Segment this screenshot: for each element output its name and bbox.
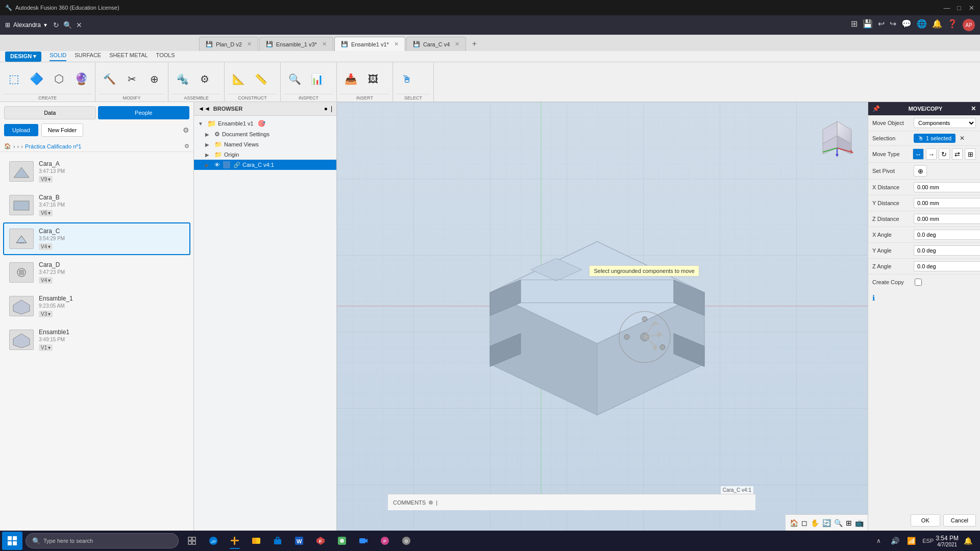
- chat-icon[interactable]: 💬: [901, 19, 912, 31]
- taskbar-app-edge[interactable]: [203, 532, 224, 550]
- move-type-free[interactable]: ↔: [913, 148, 924, 160]
- taskbar-app-freecad[interactable]: F: [310, 532, 331, 550]
- network-icon[interactable]: 📶: [904, 534, 918, 548]
- file-item-ensamble1-v2[interactable]: Ensamble1 3:49:15 PM V1▾: [3, 323, 190, 356]
- clock[interactable]: 3:54 PM 4/7/2021: [936, 535, 959, 547]
- viewport[interactable]: ◄◄ BROWSER ● | ▼ 📁 Ensamble1 v1 🎯 ▶ ⚙ Do…: [194, 102, 868, 531]
- create-btn-2[interactable]: 🔷: [26, 66, 47, 92]
- y-angle-input[interactable]: [914, 245, 980, 256]
- move-type-point-to-point[interactable]: ⇄: [952, 148, 963, 160]
- modify-btn-2[interactable]: ✂: [121, 66, 142, 92]
- file-item-cara-c[interactable]: Cara_C 3:54:29 PM V4▾: [3, 222, 190, 255]
- taskbar-app-fusion[interactable]: [225, 532, 245, 550]
- view-cube[interactable]: [817, 117, 857, 158]
- view-controls-orbit[interactable]: 🔄: [822, 519, 831, 527]
- search-icon[interactable]: 🔍: [63, 21, 72, 29]
- view-controls-fit[interactable]: ◻: [801, 519, 807, 527]
- tab-plan-d[interactable]: 💾 Plan_D v2 ✕: [199, 37, 258, 51]
- create-copy-checkbox[interactable]: [915, 279, 922, 286]
- insert-btn-1[interactable]: 📥: [340, 66, 361, 92]
- settings-gear-button[interactable]: ⚙: [183, 126, 189, 134]
- save-icon[interactable]: 💾: [863, 19, 873, 31]
- volume-icon[interactable]: 🔊: [888, 534, 902, 548]
- inspect-btn-1[interactable]: 🔍: [284, 66, 305, 92]
- tab-close-plan-d[interactable]: ✕: [247, 41, 252, 47]
- move-type-along-axis[interactable]: ⊞: [965, 148, 976, 160]
- selection-clear-button[interactable]: ✕: [960, 135, 965, 142]
- move-type-rotate[interactable]: ↻: [939, 148, 950, 160]
- undo-icon[interactable]: ↩: [878, 19, 885, 31]
- y-distance-input[interactable]: [914, 198, 980, 208]
- construct-btn-1[interactable]: 📐: [228, 66, 249, 92]
- tree-root[interactable]: ▼ 📁 Ensamble1 v1 🎯: [194, 118, 336, 129]
- design-menu-button[interactable]: DESIGN ▾: [5, 52, 41, 62]
- view-controls-zoom[interactable]: 🔍: [834, 519, 843, 527]
- tab-close-cara-c[interactable]: ✕: [455, 41, 459, 47]
- minimize-button[interactable]: —: [943, 4, 950, 11]
- tab-ensamble1-v1[interactable]: 💾 Ensamble1 v1* ✕: [334, 37, 405, 51]
- tab-surface[interactable]: SURFACE: [75, 52, 101, 61]
- home-icon[interactable]: 🏠: [4, 143, 11, 149]
- tree-cara-c[interactable]: ▶ 👁 🔗 Cara_C v4:1: [194, 160, 336, 170]
- sidebar-tab-data[interactable]: Data: [4, 106, 96, 119]
- insert-btn-2[interactable]: 🖼: [362, 66, 384, 92]
- file-item-cara-b[interactable]: Cara_B 3:47:16 PM V6▾: [3, 189, 190, 221]
- file-item-cara-d[interactable]: Cara_D 3:47:23 PM V4▾: [3, 256, 190, 289]
- taskbar-app-misc2[interactable]: ⚙: [396, 532, 416, 550]
- assemble-btn-1[interactable]: 🔩: [172, 66, 193, 92]
- user-avatar[interactable]: AP: [963, 19, 975, 31]
- add-tab-button[interactable]: +: [467, 37, 481, 51]
- taskbar-app-misc[interactable]: P: [375, 532, 395, 550]
- start-button[interactable]: [2, 532, 22, 550]
- tab-close-ensamble1[interactable]: ✕: [322, 41, 327, 47]
- create-btn-4[interactable]: 🔮: [70, 66, 92, 92]
- tab-tools[interactable]: TOOLS: [156, 52, 175, 61]
- redo-icon[interactable]: ↪: [890, 19, 896, 31]
- z-angle-input[interactable]: [914, 261, 980, 271]
- maximize-button[interactable]: □: [955, 4, 963, 11]
- user-menu[interactable]: ⊞ Alexandra ▾: [5, 21, 47, 29]
- upload-button[interactable]: Upload: [4, 124, 38, 136]
- task-view-button[interactable]: [182, 532, 202, 550]
- view-controls-display[interactable]: 📺: [855, 519, 864, 527]
- x-distance-input[interactable]: [914, 182, 980, 192]
- tree-origin[interactable]: ▶ 📁 Origin: [194, 149, 336, 160]
- tab-ensamble-1[interactable]: 💾 Ensamble_1 v3* ✕: [259, 37, 333, 51]
- taskbar-app-word[interactable]: W: [289, 532, 309, 550]
- help-icon[interactable]: ❓: [947, 19, 958, 31]
- notification-center[interactable]: 🔔: [961, 534, 975, 548]
- modify-btn-3[interactable]: ⊕: [143, 66, 165, 92]
- new-folder-button[interactable]: New Folder: [41, 123, 83, 137]
- z-distance-input[interactable]: [914, 214, 980, 224]
- sidebar-tab-people[interactable]: People: [98, 106, 190, 119]
- construct-btn-2[interactable]: 📏: [250, 66, 272, 92]
- modify-btn-1[interactable]: 🔨: [99, 66, 120, 92]
- x-angle-input[interactable]: [914, 230, 980, 240]
- taskbar-app-store[interactable]: [267, 532, 288, 550]
- view-controls-home[interactable]: 🏠: [790, 519, 798, 527]
- inspect-btn-2[interactable]: 📊: [306, 66, 328, 92]
- select-btn-1[interactable]: 🖱: [396, 66, 418, 92]
- notification-icon[interactable]: 🔔: [932, 19, 942, 31]
- file-item-ensamble1[interactable]: Ensamble_1 9:23:05 AM V3▾: [3, 290, 190, 322]
- taskbar-search[interactable]: 🔍 Type here to search: [26, 533, 179, 548]
- create-btn-1[interactable]: ⬚: [3, 66, 24, 92]
- tab-sheet-metal[interactable]: SHEET METAL: [109, 52, 148, 61]
- tree-visible-icon[interactable]: 👁: [214, 162, 220, 168]
- browser-options-icon[interactable]: ●: [324, 105, 328, 112]
- browser-expand-icon[interactable]: |: [331, 105, 332, 112]
- tab-solid[interactable]: SOLID: [50, 52, 66, 61]
- taskbar-app-photos[interactable]: [332, 532, 352, 550]
- sync-icon[interactable]: ↻: [53, 21, 59, 29]
- view-controls-grid[interactable]: ⊞: [846, 519, 852, 527]
- tab-cara-c[interactable]: 💾 Cara_C v4 ✕: [406, 37, 467, 51]
- panel-close-icon[interactable]: ✕: [971, 105, 976, 112]
- file-item-cara-a[interactable]: Cara_A 3:47:13 PM V9▾: [3, 155, 190, 188]
- set-pivot-button[interactable]: ⊕: [914, 165, 927, 177]
- apps-icon[interactable]: ⊞: [851, 19, 857, 31]
- move-object-select[interactable]: Components Bodies Faces: [914, 118, 976, 128]
- view-controls-pan[interactable]: ✋: [811, 519, 819, 527]
- breadcrumb-gear[interactable]: ⚙: [184, 143, 189, 149]
- system-tray-icons[interactable]: ∧: [871, 534, 886, 548]
- tab-close-ensamble1v1[interactable]: ✕: [394, 41, 399, 47]
